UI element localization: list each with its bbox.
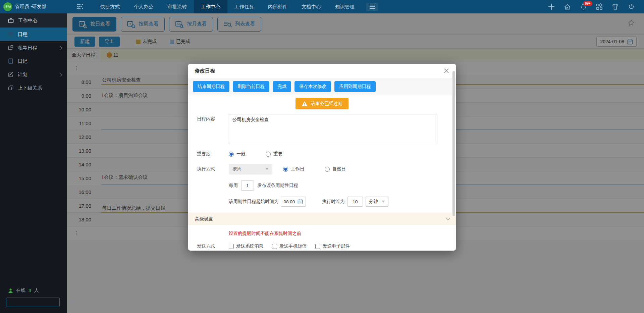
online-unit: 人 bbox=[34, 288, 39, 294]
importance-important-radio[interactable] bbox=[266, 152, 271, 157]
collapse-menu-icon[interactable] bbox=[76, 4, 83, 9]
duration-prefix: 执行时长为 bbox=[322, 199, 345, 205]
calendar-icon[interactable] bbox=[298, 199, 303, 204]
sidebar-item-diary[interactable]: 日记 bbox=[0, 54, 67, 68]
sidebar-search-box bbox=[6, 298, 60, 307]
start-time-input[interactable]: 08:00 bbox=[281, 197, 306, 207]
warning-triangle-icon bbox=[302, 101, 308, 106]
end-cycle-button[interactable]: 结束周期日程 bbox=[193, 81, 229, 92]
natural-day-radio[interactable] bbox=[325, 167, 330, 172]
leader-calendar-icon bbox=[8, 45, 13, 50]
weekly-interval-input[interactable] bbox=[241, 180, 254, 191]
select-value: 分钟 bbox=[369, 199, 378, 205]
sidebar-item-label: 日记 bbox=[18, 58, 28, 64]
nav-item-personal-office[interactable]: 个人办公 bbox=[127, 0, 160, 13]
scrollbar-thumb[interactable] bbox=[452, 71, 455, 216]
add-icon[interactable] bbox=[548, 3, 555, 10]
workday-radio[interactable] bbox=[283, 167, 288, 172]
person-icon bbox=[8, 288, 13, 293]
nav-item-knowledge[interactable]: 知识管理 bbox=[328, 0, 362, 13]
close-icon[interactable] bbox=[444, 68, 449, 73]
sidebar-section-work-center[interactable]: 工作中心 bbox=[0, 13, 67, 28]
theme-shirt-icon[interactable] bbox=[612, 3, 619, 10]
send-email-checkbox[interactable] bbox=[315, 244, 320, 249]
sidebar-item-schedule[interactable]: 日程 bbox=[0, 28, 67, 41]
radio-label: 工作日 bbox=[291, 166, 305, 172]
logout-power-icon[interactable] bbox=[628, 3, 635, 10]
search-input[interactable] bbox=[6, 298, 69, 307]
nav-item-document-center[interactable]: 文档中心 bbox=[294, 0, 328, 13]
reminder-error-text: 设置的提醒时间不能在系统时间之前 bbox=[229, 230, 456, 237]
weekly-suffix: 发布该条周期性日程 bbox=[257, 182, 298, 189]
send-system-checkbox[interactable] bbox=[229, 244, 234, 249]
sidebar-item-leader-schedule[interactable]: 领导日程 bbox=[0, 41, 67, 54]
importance-row: 重要度 一般 重要 bbox=[197, 151, 456, 157]
home-icon[interactable] bbox=[564, 3, 571, 10]
nav-item-work-center[interactable]: 工作中心 bbox=[194, 0, 227, 13]
complete-button[interactable]: 完成 bbox=[273, 81, 291, 92]
nav-more-icon[interactable] bbox=[366, 3, 378, 11]
notifications-bell-icon[interactable]: 99+ bbox=[580, 3, 587, 10]
nav-item-approval-flow[interactable]: 审批流转 bbox=[160, 0, 194, 13]
nav-item-shortcuts[interactable]: 快捷方式 bbox=[93, 0, 127, 13]
cycle-type-select[interactable]: 按周 bbox=[229, 164, 272, 174]
briefcase-icon bbox=[8, 18, 14, 23]
modal-action-bar: 结束周期日程 删除当前日程 完成 保存本次修改 应用到周期日程 bbox=[188, 78, 456, 95]
send-sms-checkbox[interactable] bbox=[272, 244, 277, 249]
send-method-label: 发送方式 bbox=[197, 243, 229, 249]
apps-grid-icon[interactable] bbox=[596, 3, 603, 10]
duration-input[interactable] bbox=[347, 197, 363, 207]
workday-option[interactable]: 工作日 bbox=[283, 166, 305, 172]
sidebar-item-label: 上下级关系 bbox=[18, 85, 42, 91]
content-field-row: 日程内容 公司机房安全检查 bbox=[197, 114, 456, 144]
send-email-option[interactable]: 发送电子邮件 bbox=[315, 243, 350, 249]
advanced-settings-toggle[interactable]: 高级设置 bbox=[188, 213, 456, 225]
send-sms-option[interactable]: 发送手机短信 bbox=[272, 243, 307, 249]
send-system-option[interactable]: 发送系统消息 bbox=[229, 243, 263, 249]
duration-unit-select[interactable]: 分钟 bbox=[366, 197, 388, 207]
checkbox-label: 发送系统消息 bbox=[236, 243, 263, 249]
nav-item-work-tasks[interactable]: 工作任务 bbox=[227, 0, 261, 13]
checkbox-label: 发送手机短信 bbox=[279, 243, 307, 249]
notification-badge: 99+ bbox=[583, 1, 592, 6]
top-navbar: 理员 管理员 -研发部 快捷方式 个人办公 审批流转 工作中心 工作任务 内部邮… bbox=[0, 0, 644, 13]
hierarchy-icon bbox=[8, 85, 13, 91]
online-label: 在线 bbox=[16, 288, 25, 294]
sidebar-item-hierarchy[interactable]: 上下级关系 bbox=[0, 81, 67, 95]
save-changes-button[interactable]: 保存本次修改 bbox=[294, 81, 331, 92]
natural-day-option[interactable]: 自然日 bbox=[325, 166, 346, 172]
calendar-icon bbox=[8, 32, 13, 37]
user-info[interactable]: 理员 管理员 -研发部 bbox=[0, 2, 67, 11]
avatar[interactable]: 理员 bbox=[3, 2, 12, 11]
modal-title: 修改日程 bbox=[195, 68, 215, 74]
main-nav: 快捷方式 个人办公 审批流转 工作中心 工作任务 内部邮件 文档中心 知识管理 bbox=[93, 0, 362, 13]
schedule-content-textarea[interactable]: 公司机房安全检查 bbox=[229, 114, 437, 144]
apply-to-cycle-button[interactable]: 应用到周期日程 bbox=[334, 81, 376, 92]
weekly-interval-row: 每周 发布该条周期性日程 bbox=[229, 180, 456, 191]
online-status: 在线 3 人 bbox=[8, 288, 39, 294]
warning-text: 该事务已经过期 bbox=[311, 101, 343, 107]
user-name: 管理员 -研发部 bbox=[15, 4, 46, 10]
caret-down-icon bbox=[265, 168, 269, 170]
nav-item-internal-mail[interactable]: 内部邮件 bbox=[261, 0, 294, 13]
exec-mode-label: 执行方式 bbox=[197, 166, 229, 172]
delete-current-button[interactable]: 删除当前日程 bbox=[233, 81, 269, 92]
start-time-row: 该周期性日程起始时间为 08:00 执行时长为 分钟 bbox=[229, 197, 456, 207]
radio-label: 重要 bbox=[273, 151, 282, 157]
importance-label: 重要度 bbox=[197, 151, 229, 157]
radio-label: 一般 bbox=[236, 151, 246, 157]
sidebar-item-plan[interactable]: 计划 bbox=[0, 68, 67, 81]
chevron-right-icon bbox=[59, 46, 62, 49]
importance-normal-radio[interactable] bbox=[229, 152, 234, 157]
edit-icon bbox=[8, 72, 13, 77]
modal-scrollbar[interactable] bbox=[452, 66, 455, 248]
select-value: 按周 bbox=[232, 166, 241, 172]
expired-warning-banner: 该事务已经过期 bbox=[296, 98, 349, 109]
search-icon[interactable] bbox=[69, 300, 75, 305]
importance-important-option[interactable]: 重要 bbox=[266, 151, 282, 157]
start-time-prefix: 该周期性日程起始时间为 bbox=[229, 199, 279, 205]
warning-wrap: 该事务已经过期 bbox=[188, 98, 456, 109]
modal-header: 修改日程 bbox=[188, 64, 456, 78]
radio-label: 自然日 bbox=[332, 166, 346, 172]
importance-normal-option[interactable]: 一般 bbox=[229, 151, 246, 157]
